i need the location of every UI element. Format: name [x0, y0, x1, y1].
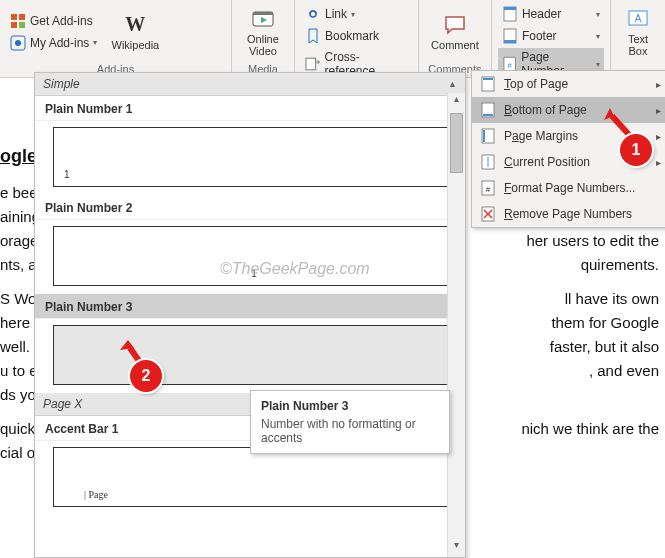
gallery-category-label: Simple [43, 77, 80, 91]
gallery-preview: 1 [53, 226, 455, 286]
scroll-up-icon[interactable]: ▴ [448, 93, 465, 111]
format-icon: # [480, 180, 496, 196]
chevron-right-icon: ▸ [656, 131, 661, 142]
link-label: Link [325, 7, 347, 21]
scroll-thumb[interactable] [450, 113, 463, 173]
my-addins-label: My Add-ins [30, 36, 89, 50]
text-box-label: Text Box [628, 33, 648, 57]
tooltip: Plain Number 3 Number with no formatting… [250, 390, 450, 454]
menu-format-page-numbers[interactable]: # Format Page Numbers... [472, 175, 665, 201]
gallery-item-title: Plain Number 2 [35, 195, 465, 220]
gallery-item[interactable]: Plain Number 1 1 [35, 96, 465, 187]
svg-point-5 [15, 40, 21, 46]
xref-icon [305, 56, 321, 72]
comment-button[interactable]: Comment [425, 2, 485, 61]
link-icon [305, 6, 321, 22]
gallery-category-label: Page X [43, 397, 82, 411]
dropdown-icon: ▾ [596, 32, 600, 41]
svg-rect-7 [253, 12, 273, 15]
text-box-button[interactable]: A Text Box [617, 2, 659, 61]
svg-rect-1 [19, 14, 25, 20]
menu-remove-label: Remove Page Numbers [504, 207, 632, 221]
current-position-icon [480, 154, 496, 170]
page-number-gallery: Simple ▲ Plain Number 1 1 Plain Number 2… [34, 72, 466, 558]
svg-text:#: # [486, 185, 491, 194]
menu-remove-page-numbers[interactable]: Remove Page Numbers [472, 201, 665, 227]
menu-format-label: Format Page Numbers... [504, 181, 635, 195]
svg-rect-2 [11, 22, 17, 28]
page-top-icon [480, 76, 496, 92]
tooltip-title: Plain Number 3 [261, 399, 439, 413]
my-addins-button[interactable]: My Add-ins ▾ [6, 33, 101, 53]
gallery-preview: | Page [53, 447, 455, 507]
svg-rect-9 [306, 58, 316, 70]
gallery-item[interactable]: Plain Number 3 [35, 294, 465, 385]
chevron-right-icon: ▸ [656, 105, 661, 116]
header-icon [502, 6, 518, 22]
comment-label: Comment [431, 39, 479, 51]
footer-label: Footer [522, 29, 557, 43]
video-label: Online Video [247, 33, 279, 57]
svg-text:#: # [507, 61, 512, 70]
gallery-item-title: Plain Number 3 [35, 294, 465, 319]
wikipedia-button[interactable]: W Wikipedia [105, 2, 165, 61]
wikipedia-label: Wikipedia [112, 39, 160, 51]
dropdown-icon: ▾ [351, 10, 355, 19]
bookmark-icon [305, 28, 321, 44]
callout-1: 1 [620, 134, 652, 166]
collapse-icon: ▲ [448, 79, 457, 89]
wikipedia-icon: W [123, 13, 147, 37]
footer-icon [502, 28, 518, 44]
svg-rect-19 [483, 78, 493, 80]
ribbon: Get Add-ins My Add-ins ▾ W Wikipedia Add… [0, 0, 665, 78]
addins-icon [10, 13, 26, 29]
get-addins-button[interactable]: Get Add-ins [6, 11, 101, 31]
gallery-preview: 1 [53, 127, 455, 187]
gallery-scrollbar[interactable]: ▴ ▾ [447, 93, 465, 557]
my-addins-icon [10, 35, 26, 51]
tooltip-body: Number with no formatting or accents [261, 417, 439, 445]
header-button[interactable]: Header ▾ [498, 4, 604, 24]
scroll-down-icon[interactable]: ▾ [448, 539, 465, 557]
dropdown-icon: ▾ [93, 38, 97, 47]
callout-2: 2 [130, 360, 162, 392]
footer-button[interactable]: Footer ▾ [498, 26, 604, 46]
link-button[interactable]: Link ▾ [301, 4, 412, 24]
svg-rect-21 [483, 114, 493, 116]
gallery-category-header[interactable]: Simple ▲ [35, 73, 465, 96]
svg-rect-3 [19, 22, 25, 28]
remove-icon [480, 206, 496, 222]
gallery-item-title: Plain Number 1 [35, 96, 465, 121]
text-box-icon: A [626, 7, 650, 31]
page-margins-icon [480, 128, 496, 144]
svg-rect-0 [11, 14, 17, 20]
header-label: Header [522, 7, 561, 21]
comment-icon [443, 13, 467, 37]
chevron-right-icon: ▸ [656, 157, 661, 168]
gallery-preview [53, 325, 455, 385]
online-video-button[interactable]: Online Video [238, 2, 288, 61]
chevron-right-icon: ▸ [656, 79, 661, 90]
svg-rect-13 [504, 40, 516, 43]
menu-top-of-page[interactable]: Top of Page ▸ [472, 71, 665, 97]
svg-rect-11 [504, 7, 516, 10]
dropdown-icon: ▾ [596, 60, 600, 69]
bookmark-label: Bookmark [325, 29, 379, 43]
svg-text:A: A [635, 13, 642, 24]
svg-rect-23 [483, 130, 485, 142]
gallery-item[interactable]: Plain Number 2 1 [35, 195, 465, 286]
page-bottom-icon [480, 102, 496, 118]
dropdown-icon: ▾ [596, 10, 600, 19]
video-icon [251, 7, 275, 31]
bookmark-button[interactable]: Bookmark [301, 26, 412, 46]
get-addins-label: Get Add-ins [30, 14, 93, 28]
